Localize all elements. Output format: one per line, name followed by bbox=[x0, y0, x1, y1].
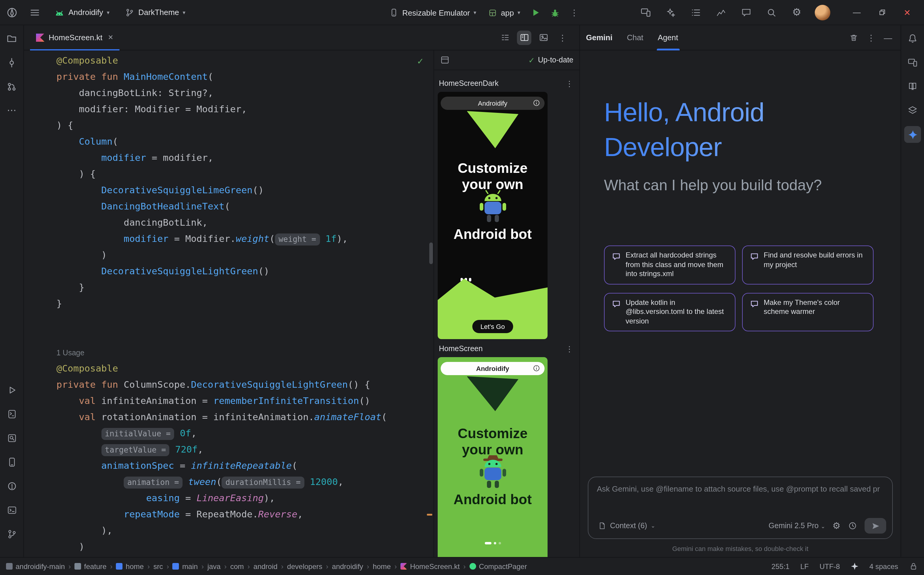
breadcrumb-item[interactable]: home bbox=[116, 562, 144, 570]
code-line[interactable]: } bbox=[56, 280, 434, 296]
tab-agent[interactable]: Agent bbox=[658, 25, 678, 50]
code-line[interactable]: modifier = modifier, bbox=[56, 150, 434, 166]
suggestion-card[interactable]: Update kotlin in @libs.version.toml to t… bbox=[604, 292, 735, 331]
code-line[interactable]: modifier: Modifier = Modifier, bbox=[56, 102, 434, 118]
code-line[interactable]: DecorativeSquiggleLimeGreen() bbox=[56, 183, 434, 199]
vcs-branch-selector[interactable]: DarkTheme ▾ bbox=[122, 5, 189, 19]
code-line[interactable]: ) { bbox=[56, 118, 434, 134]
code-line[interactable]: dancingBotLink, bbox=[56, 215, 434, 231]
run-configuration-selector[interactable]: app ▾ bbox=[485, 6, 524, 19]
code-line[interactable]: targetValue = 720f, bbox=[56, 442, 434, 458]
code-view-icon[interactable] bbox=[498, 30, 512, 45]
breadcrumb-item[interactable]: developers bbox=[287, 562, 322, 570]
user-avatar[interactable] bbox=[815, 5, 830, 20]
lock-icon[interactable] bbox=[909, 562, 918, 571]
running-devices-icon[interactable] bbox=[3, 454, 20, 470]
ai-spark-icon[interactable] bbox=[851, 562, 859, 570]
code-line[interactable]: @Composable bbox=[56, 53, 434, 69]
trash-icon[interactable] bbox=[849, 33, 859, 42]
window-maximize-button[interactable] bbox=[872, 3, 892, 21]
breadcrumb-item[interactable]: android bbox=[253, 562, 277, 570]
suggestion-card[interactable]: Make my Theme's color scheme warmer bbox=[742, 292, 873, 331]
code-line[interactable]: easing = LinearEasing), bbox=[56, 490, 434, 507]
more-tool-windows-icon[interactable]: ⋯ bbox=[3, 102, 20, 119]
cursor-position[interactable]: 255:1 bbox=[771, 562, 789, 570]
code-line[interactable]: @Composable bbox=[56, 361, 434, 377]
breadcrumb-item[interactable]: main bbox=[173, 562, 198, 570]
preview-render-homescreendark[interactable]: Androidify Customize your own Android bo… bbox=[438, 92, 547, 339]
indent-style[interactable]: 4 spaces bbox=[869, 562, 898, 570]
device-mirroring-icon[interactable] bbox=[638, 5, 653, 19]
code-line[interactable]: dancingBotLink: String?, bbox=[56, 85, 434, 102]
code-line[interactable]: ), bbox=[56, 523, 434, 539]
suggestion-card[interactable]: Find and resolve build errors in my proj… bbox=[742, 246, 873, 284]
preview-render-homescreen[interactable]: Androidify Customize your own Android bo… bbox=[438, 357, 547, 557]
project-folder-icon[interactable] bbox=[3, 30, 20, 47]
window-close-button[interactable]: ✕ bbox=[898, 3, 917, 21]
problems-icon[interactable] bbox=[3, 478, 20, 495]
breadcrumb-item[interactable]: com bbox=[230, 562, 244, 570]
task-list-icon[interactable] bbox=[689, 5, 703, 19]
split-view-icon[interactable] bbox=[517, 30, 531, 45]
design-view-icon[interactable] bbox=[536, 30, 550, 45]
breadcrumb-item[interactable]: src bbox=[153, 562, 163, 570]
code-line[interactable]: initialValue = 0f, bbox=[56, 426, 434, 442]
code-line[interactable]: private fun ColumnScope.DecorativeSquigg… bbox=[56, 377, 434, 393]
code-line[interactable]: private fun MainHomeContent( bbox=[56, 69, 434, 85]
ai-assist-icon[interactable] bbox=[663, 5, 678, 19]
project-selector[interactable]: Androidify ▾ bbox=[51, 5, 113, 19]
search-icon[interactable] bbox=[764, 5, 779, 19]
code-line[interactable]: ) bbox=[56, 539, 434, 555]
preview-name-dark[interactable]: HomeScreenDark bbox=[439, 79, 499, 87]
split-editor-icon[interactable] bbox=[440, 55, 450, 65]
code-line[interactable]: ) bbox=[56, 247, 434, 264]
preview-name-light[interactable]: HomeScreen bbox=[439, 345, 483, 353]
code-line[interactable] bbox=[56, 328, 434, 345]
run-button[interactable] bbox=[529, 5, 543, 20]
code-line[interactable]: modifier = Modifier.weight(weight = 1f), bbox=[56, 231, 434, 247]
editor-options-k kebab-icon[interactable]: ⋮ bbox=[555, 30, 570, 45]
device-mirroring-icon[interactable] bbox=[904, 54, 921, 71]
hide-panel-icon[interactable]: — bbox=[884, 33, 892, 42]
breadcrumb-item[interactable]: home bbox=[373, 562, 391, 570]
gemini-options-kebab-icon[interactable]: ⋮ bbox=[867, 33, 875, 42]
preview-build-status[interactable]: ✓ Up-to-date bbox=[528, 56, 573, 65]
profiler-icon[interactable] bbox=[714, 5, 728, 19]
version-control-icon[interactable] bbox=[3, 526, 20, 543]
code-line[interactable]: animation = tween(durationMillis = 12000… bbox=[56, 474, 434, 490]
code-line[interactable]: Column( bbox=[56, 134, 434, 150]
logcat-icon[interactable] bbox=[3, 406, 20, 423]
pull-requests-icon[interactable] bbox=[3, 78, 20, 95]
tab-chat[interactable]: Chat bbox=[627, 25, 643, 50]
tab-homescreen-kt[interactable]: HomeScreen.kt ✕ bbox=[30, 25, 119, 50]
preview-scroll-area[interactable]: HomeScreenDark ⋮ Androidify Cust bbox=[434, 70, 579, 557]
preview-options-kebab-icon[interactable]: ⋮ bbox=[566, 344, 573, 353]
code-line[interactable]: DancingBotHeadlineText( bbox=[56, 199, 434, 215]
file-encoding[interactable]: UTF-8 bbox=[819, 562, 840, 570]
terminal-icon[interactable] bbox=[3, 502, 20, 519]
breadcrumb-item[interactable]: feature bbox=[75, 562, 107, 570]
editor-scrollbar-thumb[interactable] bbox=[429, 243, 433, 264]
layers-icon[interactable] bbox=[904, 102, 921, 119]
commit-icon[interactable] bbox=[3, 54, 20, 71]
code-line[interactable]: 1 Usage bbox=[56, 345, 434, 361]
code-line[interactable]: } bbox=[56, 296, 434, 312]
documentation-icon[interactable] bbox=[904, 78, 921, 95]
device-selector[interactable]: Resizable Emulator ▾ bbox=[385, 5, 480, 20]
code-line[interactable]: ) { bbox=[56, 166, 434, 183]
breadcrumb-item[interactable]: java bbox=[207, 562, 221, 570]
model-selector[interactable]: Gemini 2.5 Pro ⌄ bbox=[768, 522, 825, 530]
breadcrumb-item[interactable]: androidify-main bbox=[6, 562, 65, 570]
code-line[interactable]: animationSpec = infiniteRepeatable( bbox=[56, 458, 434, 474]
preview-options-kebab-icon[interactable]: ⋮ bbox=[566, 79, 573, 88]
settings-gear-icon[interactable]: ⚙ bbox=[789, 5, 804, 19]
tab-close-icon[interactable]: ✕ bbox=[108, 33, 113, 41]
history-clock-icon[interactable] bbox=[848, 521, 857, 531]
more-actions-kebab-icon[interactable]: ⋮ bbox=[567, 5, 582, 20]
code-line[interactable]: repeatMode = RepeatMode.Reverse, bbox=[56, 507, 434, 523]
code-line[interactable] bbox=[56, 312, 434, 328]
breadcrumb-item[interactable]: HomeScreen.kt bbox=[401, 562, 460, 570]
send-button[interactable] bbox=[865, 518, 886, 534]
feedback-icon[interactable] bbox=[739, 5, 754, 19]
gemini-spark-icon[interactable] bbox=[904, 126, 921, 143]
